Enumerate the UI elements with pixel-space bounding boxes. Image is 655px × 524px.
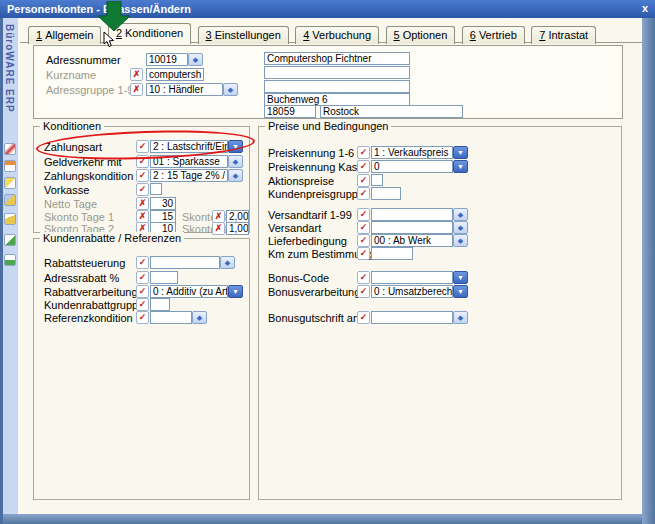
address-panel: Adressnummer 10019 ◆ Kurzname ✗ computer…: [33, 45, 623, 119]
tab-verbuchung[interactable]: 4Verbuchung: [295, 26, 379, 44]
bonuscode-dropdown[interactable]: ▼: [453, 271, 468, 284]
geldverkehr-spinner[interactable]: ◆: [228, 155, 243, 168]
edit-check-icon[interactable]: ✓: [357, 221, 370, 234]
referenzkondition-spinner[interactable]: ◆: [192, 311, 207, 324]
edit-check-icon[interactable]: ✓: [357, 285, 370, 298]
bonuscode-field[interactable]: [371, 271, 453, 284]
edit-check-icon[interactable]: ✓: [357, 247, 370, 260]
name1-field[interactable]: Computershop Fichtner: [264, 52, 410, 65]
vorkasse-checkbox[interactable]: [150, 183, 162, 195]
referenzkondition-field[interactable]: [150, 311, 192, 324]
bonusgutschrift-spinner[interactable]: ◆: [453, 311, 468, 324]
delete-x-icon[interactable]: ✗: [130, 83, 143, 96]
tab-intrastat[interactable]: 7Intrastat: [531, 26, 596, 44]
document-sync-icon[interactable]: [4, 234, 16, 246]
edit-check-icon[interactable]: ✓: [136, 183, 149, 196]
lieferbedingung-spinner[interactable]: ◆: [453, 234, 468, 247]
edit-check-icon[interactable]: ✓: [136, 140, 149, 153]
preiskennung-label: Preiskennung 1-6: [268, 147, 354, 159]
monitor-icon[interactable]: [4, 143, 16, 155]
kurzname-field[interactable]: computersh: [146, 68, 204, 81]
edit-check-icon[interactable]: ✓: [357, 187, 370, 200]
window-border-bottom: [3, 514, 642, 524]
adressrabatt-label: Adressrabatt %: [44, 272, 119, 284]
geldverkehr-field[interactable]: 01 : Sparkasse: [150, 155, 228, 168]
close-icon[interactable]: x: [642, 0, 648, 17]
calculator-coins-icon[interactable]: [4, 194, 16, 206]
versandtarif-field[interactable]: [371, 208, 453, 221]
name3-field[interactable]: [264, 80, 410, 93]
edit-check-icon[interactable]: ✓: [357, 208, 370, 221]
tab-konditionen[interactable]: 2Konditionen: [108, 23, 191, 44]
edit-check-icon[interactable]: ✓: [136, 256, 149, 269]
preiskennung-kasse-label: Preiskennung Kasse: [268, 161, 369, 173]
adressnummer-field[interactable]: 10019: [146, 53, 188, 66]
personenkonten-window: Personenkonten - Erfassen/Ändern x BüroW…: [0, 0, 655, 524]
preiskennung-field[interactable]: 1 : Verkaufspreis 1: [371, 146, 453, 159]
skonto-pct2-field[interactable]: 1,00: [226, 222, 249, 235]
tab-optionen[interactable]: 5Optionen: [386, 26, 456, 44]
versandart-field[interactable]: [371, 221, 453, 234]
referenzkondition-label: Referenzkondition: [44, 312, 133, 324]
tab-vertrieb[interactable]: 6Vertrieb: [462, 26, 525, 44]
bonusgutschrift-field[interactable]: [371, 311, 453, 324]
preiskennung-dropdown[interactable]: ▼: [453, 146, 468, 159]
edit-check-icon[interactable]: ✓: [136, 169, 149, 182]
aktionspreise-checkbox[interactable]: [371, 174, 383, 186]
adressnummer-spinner[interactable]: ◆: [188, 53, 203, 66]
sidebar: BüroWARE ERP: [3, 18, 18, 514]
adressgruppe-field[interactable]: 10 : Händler: [146, 83, 223, 96]
bonusverarbeitung-field[interactable]: 0 : Umsatzberechnung Adr: [371, 285, 453, 298]
tab-allgemein[interactable]: 1Allgemein: [28, 26, 101, 44]
rabattverarbeitung-field[interactable]: 0 : Additiv (zu Artikel)/WGR: [150, 285, 228, 298]
edit-check-icon[interactable]: ✓: [357, 146, 370, 159]
key-icon[interactable]: [4, 177, 16, 189]
zahlungskondition-spinner[interactable]: ◆: [228, 169, 243, 182]
delete-x-icon[interactable]: ✗: [136, 197, 149, 210]
lieferbedingung-field[interactable]: 00 : Ab Werk: [371, 234, 453, 247]
edit-check-icon[interactable]: ✓: [136, 155, 149, 168]
versandtarif-spinner[interactable]: ◆: [453, 208, 468, 221]
bonuscode-label: Bonus-Code: [268, 272, 329, 284]
edit-check-icon[interactable]: ✓: [357, 271, 370, 284]
preiskennung-kasse-dropdown[interactable]: ▼: [453, 160, 468, 173]
kundenrabattgruppe-field[interactable]: [150, 298, 170, 311]
rabattsteuerung-spinner[interactable]: ◆: [220, 256, 235, 269]
edit-check-icon[interactable]: ✓: [357, 160, 370, 173]
zahlungsart-dropdown[interactable]: ▼: [228, 140, 243, 153]
adressrabatt-field[interactable]: [150, 271, 178, 284]
lieferbedingung-label: Lieferbedingung: [268, 235, 347, 247]
tab-einstellungen[interactable]: 3Einstellungen: [198, 26, 289, 44]
rabattsteuerung-field[interactable]: [150, 256, 220, 269]
preiskennung-kasse-field[interactable]: 0: [371, 160, 453, 173]
edit-check-icon[interactable]: ✓: [136, 271, 149, 284]
netto-tage-field[interactable]: 30: [150, 197, 176, 210]
versandart-spinner[interactable]: ◆: [453, 221, 468, 234]
bonusverarbeitung-dropdown[interactable]: ▼: [453, 285, 468, 298]
zahlungsart-field[interactable]: 2 : Lastschrift/Einzugserm: [150, 140, 228, 153]
edit-check-icon[interactable]: ✓: [357, 234, 370, 247]
coins-icon[interactable]: [4, 213, 16, 225]
versandtarif-label: Versandtarif 1-99: [268, 209, 352, 221]
delete-x-icon[interactable]: ✗: [212, 222, 225, 235]
rabattverarbeitung-dropdown[interactable]: ▼: [228, 285, 243, 298]
kundenrabatte-group: Kundenrabatte / Referenzen Rabattsteueru…: [33, 238, 250, 500]
vorkasse-label: Vorkasse: [44, 184, 89, 196]
edit-check-icon[interactable]: ✓: [357, 311, 370, 324]
delete-x-icon[interactable]: ✗: [130, 68, 143, 81]
km-field[interactable]: [371, 247, 413, 260]
adressgruppe-spinner[interactable]: ◆: [223, 83, 238, 96]
edit-check-icon[interactable]: ✓: [136, 311, 149, 324]
zahlungskondition-field[interactable]: 2 : 15 Tage 2% / 10 Tag: [150, 169, 228, 182]
edit-check-icon[interactable]: ✓: [136, 285, 149, 298]
adressgruppe-label: Adressgruppe 1-99: [46, 84, 140, 96]
tab-strip: 1Allgemein 2Konditionen 3Einstellungen 4…: [28, 25, 598, 43]
kundenpreisgruppe-field[interactable]: [371, 187, 401, 200]
document-add-icon[interactable]: [4, 254, 16, 266]
ort-field[interactable]: Rostock: [320, 105, 463, 118]
edit-check-icon[interactable]: ✓: [357, 174, 370, 187]
window-icon[interactable]: [4, 160, 16, 172]
plz-field[interactable]: 18059: [264, 105, 316, 118]
edit-check-icon[interactable]: ✓: [136, 298, 149, 311]
name2-field[interactable]: [264, 66, 410, 79]
